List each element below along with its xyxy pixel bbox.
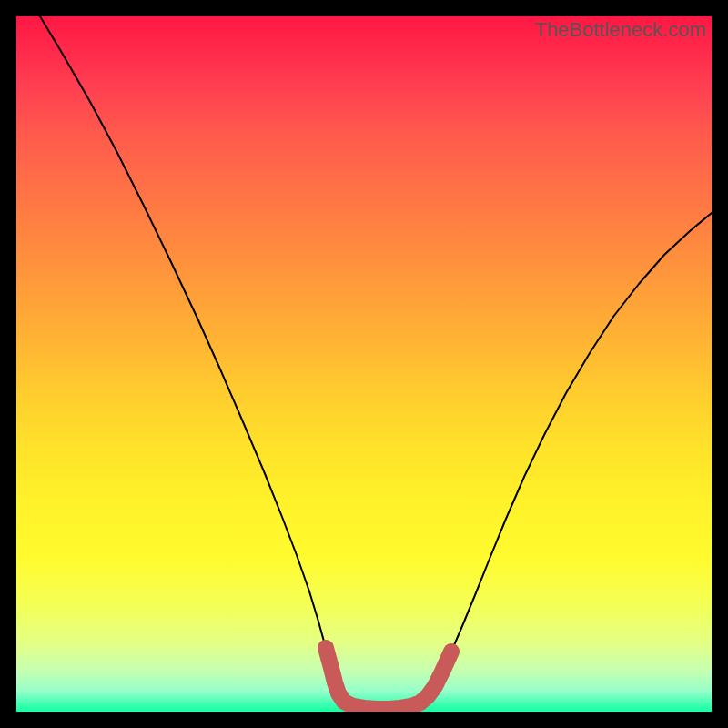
black-curve	[40, 16, 712, 709]
chart-frame: TheBottleneck.com	[0, 0, 728, 728]
watermark: TheBottleneck.com	[535, 18, 706, 42]
plot-area	[16, 16, 712, 712]
curves-svg	[16, 16, 712, 712]
red-marker	[326, 648, 451, 709]
